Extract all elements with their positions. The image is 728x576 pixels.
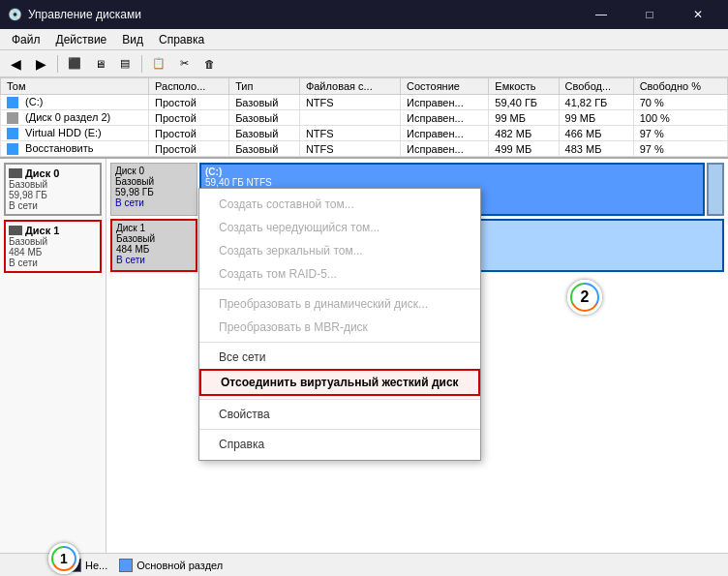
toolbar-forward[interactable]: ▶ <box>29 53 52 75</box>
toolbar-btn3[interactable]: ▤ <box>113 53 136 75</box>
disk1-entry[interactable]: Диск 1 Базовый 484 МБ В сети <box>4 220 102 273</box>
menu-file[interactable]: Файл <box>4 31 48 48</box>
toolbar-btn6[interactable]: 🗑 <box>197 53 221 75</box>
col-filesystem[interactable]: Файловая с... <box>299 78 400 95</box>
toolbar-btn1[interactable]: ⬛ <box>63 53 86 75</box>
menu-action[interactable]: Действие <box>48 31 115 48</box>
disk0-row-label: Диск 0 Базовый 59,98 ГБ В сети <box>110 163 197 216</box>
col-volume[interactable]: Том <box>1 78 149 95</box>
cell-free: 466 МБ <box>559 126 633 141</box>
toolbar-btn5[interactable]: ✂ <box>172 53 196 75</box>
ctx-sep3 <box>199 399 480 400</box>
disk1-name: Диск 1 <box>25 225 59 236</box>
ctx-properties[interactable]: Свойства <box>199 403 480 426</box>
ctx-create-stripe[interactable]: Создать чередующийся том... <box>199 216 480 239</box>
legend-label-not-allocated: Не... <box>85 560 107 571</box>
toolbar-btn4[interactable]: 📋 <box>147 53 170 75</box>
context-menu: Создать составной том... Создать чередую… <box>198 188 481 461</box>
disk1-row-size: 484 МБ <box>116 244 192 255</box>
table-row[interactable]: Virtual HDD (E:) Простой Базовый NTFS Ис… <box>1 126 728 141</box>
cell-type: Базовый <box>229 126 300 141</box>
col-location[interactable]: Располо... <box>149 78 229 95</box>
main-area: Том Располо... Тип Файловая с... Состоян… <box>0 77 728 576</box>
ctx-all-networks[interactable]: Все сети <box>199 346 480 369</box>
minimize-button[interactable]: — <box>579 0 623 29</box>
cell-volume: (Диск 0 раздел 2) <box>1 110 149 126</box>
disk0-row-size: 59,98 ГБ <box>115 187 193 197</box>
menu-help[interactable]: Справка <box>151 31 212 48</box>
legend-primary: Основной раздел <box>119 559 223 572</box>
cell-volume: Восстановить <box>1 141 149 157</box>
maximize-button[interactable]: □ <box>627 0 672 29</box>
vol-name: (Диск 0 раздел 2) <box>25 111 110 123</box>
ctx-convert-mbr[interactable]: Преобразовать в MBR-диск <box>199 316 480 339</box>
col-freepct[interactable]: Свободно % <box>633 78 727 95</box>
cell-location: Простой <box>149 141 229 157</box>
badge-2: 2 <box>567 280 602 315</box>
cell-type: Базовый <box>229 95 300 110</box>
vol-name: Virtual HDD (E:) <box>25 127 102 138</box>
title-controls: — □ ✕ <box>579 0 720 29</box>
cell-state: Исправен... <box>401 110 489 126</box>
menu-bar: Файл Действие Вид Справка <box>0 29 728 50</box>
disk0-icon <box>9 168 22 178</box>
toolbar-separator-1 <box>57 55 58 73</box>
badge-2-label: 2 <box>572 285 597 310</box>
volume-table-container: Том Располо... Тип Файловая с... Состоян… <box>0 77 728 159</box>
table-row[interactable]: Восстановить Простой Базовый NTFS Исправ… <box>1 141 728 157</box>
disk-lower-area: Диск 0 Базовый 59,98 ГБ В сети Диск 1 Ба… <box>0 159 728 553</box>
col-capacity[interactable]: Емкость <box>489 78 559 95</box>
disk0-partition-c-info: 59,40 ГБ NTFS <box>205 177 272 188</box>
cell-freepct: 100 % <box>633 110 727 126</box>
ctx-convert-dynamic[interactable]: Преобразовать в динамический диск... <box>199 292 480 316</box>
cell-freepct: 97 % <box>633 126 727 141</box>
cell-freepct: 97 % <box>633 141 727 157</box>
cell-filesystem: NTFS <box>299 126 400 141</box>
close-button[interactable]: ✕ <box>676 0 720 29</box>
cell-free: 483 МБ <box>559 141 633 157</box>
cell-volume: Virtual HDD (E:) <box>1 126 149 141</box>
disk0-status: В сети <box>9 200 97 211</box>
ctx-create-raid5[interactable]: Создать том RAID-5... <box>199 262 480 286</box>
table-row[interactable]: (C:) Простой Базовый NTFS Исправен... 59… <box>1 95 728 110</box>
col-free[interactable]: Свобод... <box>559 78 633 95</box>
disk0-name: Диск 0 <box>25 167 59 179</box>
col-type[interactable]: Тип <box>229 78 300 95</box>
ctx-sep2 <box>199 342 480 343</box>
disk0-row-name: Диск 0 <box>115 166 193 176</box>
disk0-entry[interactable]: Диск 0 Базовый 59,98 ГБ В сети <box>4 163 102 216</box>
volume-table: Том Располо... Тип Файловая с... Состоян… <box>0 77 728 157</box>
disk1-row-label: Диск 1 Базовый 484 МБ В сети <box>110 219 197 272</box>
ctx-detach-vhd[interactable]: Отсоединить виртуальный жесткий диск <box>199 369 480 396</box>
vol-name: (C:) <box>25 96 43 107</box>
cell-state: Исправен... <box>401 141 489 157</box>
badge-1: 1 <box>48 543 79 574</box>
ctx-create-mirror[interactable]: Создать зеркальный том... <box>199 239 480 262</box>
vol-name: Восстановить <box>25 142 93 154</box>
toolbar-back[interactable]: ◀ <box>4 53 27 75</box>
vol-icon <box>7 143 18 155</box>
toolbar-btn2[interactable]: 🖥 <box>88 53 111 75</box>
col-state[interactable]: Состояние <box>401 78 489 95</box>
disk-visual-panel: Диск 0 Базовый 59,98 ГБ В сети (C:) 59,4… <box>106 159 728 553</box>
disk1-icon <box>9 226 22 235</box>
disk0-partition-small[interactable] <box>707 163 724 216</box>
disk1-row-status: В сети <box>116 255 192 265</box>
table-row[interactable]: (Диск 0 раздел 2) Простой Базовый Исправ… <box>1 110 728 126</box>
ctx-sep1 <box>199 288 480 289</box>
legend-label-primary: Основной раздел <box>136 560 223 571</box>
cell-volume: (C:) <box>1 95 149 110</box>
disk1-row-type: Базовый <box>116 233 192 244</box>
cell-state: Исправен... <box>401 95 489 110</box>
title-bar: 💿 Управление дисками — □ ✕ <box>0 0 728 29</box>
ctx-help[interactable]: Справка <box>199 433 480 456</box>
window-icon: 💿 <box>8 8 22 21</box>
cell-free: 99 МБ <box>559 110 633 126</box>
disk1-size: 484 МБ <box>9 247 97 258</box>
disk1-row-name: Диск 1 <box>116 223 192 233</box>
menu-view[interactable]: Вид <box>114 31 151 48</box>
ctx-create-span[interactable]: Создать составной том... <box>199 193 480 216</box>
disk1-type: Базовый <box>9 236 97 247</box>
ctx-sep4 <box>199 429 480 430</box>
cell-filesystem: NTFS <box>299 95 400 110</box>
